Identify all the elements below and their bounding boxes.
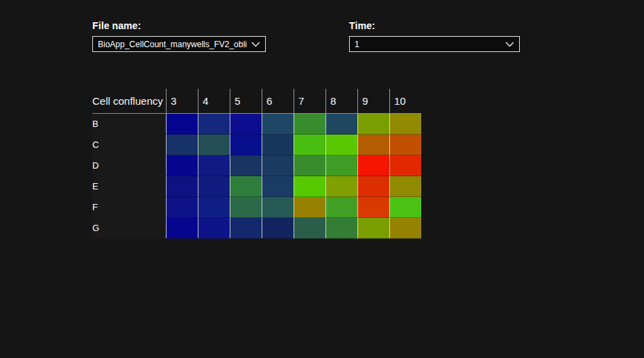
heatmap-col-header-6: 6 bbox=[262, 89, 294, 113]
heatmap-col-header-8: 8 bbox=[325, 89, 357, 113]
chevron-down-icon bbox=[505, 42, 514, 47]
heatmap-row-label-F: F bbox=[92, 197, 166, 218]
heatmap-cell-E-5[interactable] bbox=[230, 176, 262, 197]
heatmap-cell-E-4[interactable] bbox=[198, 176, 230, 197]
heatmap-col-header-10: 10 bbox=[389, 89, 421, 113]
heatmap-cell-B-8[interactable] bbox=[325, 114, 357, 135]
heatmap-cell-C-5[interactable] bbox=[230, 135, 262, 155]
heatmap-row-label-B: B bbox=[92, 114, 166, 135]
heatmap-cell-D-7[interactable] bbox=[294, 155, 325, 176]
heatmap-cell-F-8[interactable] bbox=[325, 197, 357, 218]
heatmap-cell-D-8[interactable] bbox=[325, 155, 357, 176]
heatmap-cell-F-3[interactable] bbox=[166, 197, 198, 218]
heatmap-row-F: F bbox=[92, 197, 421, 218]
heatmap-row-D: D bbox=[92, 155, 421, 176]
heatmap-cell-G-4[interactable] bbox=[198, 218, 230, 239]
heatmap-row-label-D: D bbox=[92, 155, 166, 176]
heatmap-cell-C-6[interactable] bbox=[262, 135, 294, 155]
heatmap-header-row: Cell confluency 345678910 bbox=[92, 89, 421, 114]
heatmap-cell-B-9[interactable] bbox=[357, 114, 389, 135]
cell-confluency-heatmap: Cell confluency 345678910 BCDEFG bbox=[92, 89, 421, 239]
time-dropdown[interactable]: 1 bbox=[349, 36, 520, 52]
heatmap-row-E: E bbox=[92, 176, 421, 197]
app-window: File name: BioApp_CellCount_manywells_FV… bbox=[0, 0, 644, 358]
heatmap-cell-C-7[interactable] bbox=[294, 135, 325, 155]
heatmap-cell-B-4[interactable] bbox=[198, 114, 230, 135]
heatmap-body: BCDEFG bbox=[92, 114, 421, 239]
heatmap-cell-G-6[interactable] bbox=[262, 218, 294, 239]
heatmap-cell-F-7[interactable] bbox=[294, 197, 325, 218]
heatmap-cell-C-8[interactable] bbox=[325, 135, 357, 155]
heatmap-corner-label: Cell confluency bbox=[92, 89, 166, 113]
heatmap-row-G: G bbox=[92, 218, 421, 239]
heatmap-cell-B-5[interactable] bbox=[230, 114, 262, 135]
time-value: 1 bbox=[355, 40, 359, 49]
file-name-label: File name: bbox=[92, 20, 266, 31]
heatmap-row-label-E: E bbox=[92, 176, 166, 197]
heatmap-cell-E-9[interactable] bbox=[357, 176, 389, 197]
heatmap-cell-G-9[interactable] bbox=[357, 218, 389, 239]
heatmap-cell-F-10[interactable] bbox=[389, 197, 421, 218]
heatmap-cell-E-10[interactable] bbox=[389, 176, 421, 197]
heatmap-cell-F-9[interactable] bbox=[357, 197, 389, 218]
heatmap-cell-B-3[interactable] bbox=[166, 114, 198, 135]
heatmap-cell-D-3[interactable] bbox=[166, 155, 198, 176]
heatmap-cell-E-8[interactable] bbox=[325, 176, 357, 197]
heatmap-cell-B-10[interactable] bbox=[389, 114, 421, 135]
heatmap-cell-G-8[interactable] bbox=[325, 218, 357, 239]
time-label: Time: bbox=[349, 20, 520, 31]
heatmap-col-header-4: 4 bbox=[198, 89, 230, 113]
heatmap-row-label-C: C bbox=[92, 135, 166, 155]
heatmap-cell-G-7[interactable] bbox=[294, 218, 325, 239]
heatmap-cell-E-7[interactable] bbox=[294, 176, 325, 197]
heatmap-row-B: B bbox=[92, 114, 421, 135]
chevron-down-icon bbox=[251, 42, 260, 47]
heatmap-cell-E-6[interactable] bbox=[262, 176, 294, 197]
heatmap-cell-C-3[interactable] bbox=[166, 135, 198, 155]
heatmap-cell-G-5[interactable] bbox=[230, 218, 262, 239]
heatmap-col-header-7: 7 bbox=[294, 89, 325, 113]
heatmap-cell-C-9[interactable] bbox=[357, 135, 389, 155]
heatmap-cell-G-3[interactable] bbox=[166, 218, 198, 239]
heatmap-cell-B-6[interactable] bbox=[262, 114, 294, 135]
heatmap-cell-G-10[interactable] bbox=[389, 218, 421, 239]
heatmap-cell-C-4[interactable] bbox=[198, 135, 230, 155]
heatmap-col-header-5: 5 bbox=[230, 89, 262, 113]
heatmap-cell-F-4[interactable] bbox=[198, 197, 230, 218]
heatmap-cell-F-6[interactable] bbox=[262, 197, 294, 218]
heatmap-cell-D-5[interactable] bbox=[230, 155, 262, 176]
heatmap-cell-D-4[interactable] bbox=[198, 155, 230, 176]
heatmap-cell-D-9[interactable] bbox=[357, 155, 389, 176]
heatmap-cell-F-5[interactable] bbox=[230, 197, 262, 218]
heatmap-cell-B-7[interactable] bbox=[294, 114, 325, 135]
heatmap-cell-E-3[interactable] bbox=[166, 176, 198, 197]
heatmap-column-headers: 345678910 bbox=[166, 89, 421, 113]
time-field: Time: 1 bbox=[349, 20, 520, 52]
heatmap-row-C: C bbox=[92, 135, 421, 155]
heatmap-cell-D-10[interactable] bbox=[389, 155, 421, 176]
file-name-value: BioApp_CellCount_manywells_FV2_obliqu... bbox=[98, 40, 247, 49]
heatmap-row-label-G: G bbox=[92, 218, 166, 239]
heatmap-cell-D-6[interactable] bbox=[262, 155, 294, 176]
heatmap-cell-C-10[interactable] bbox=[389, 135, 421, 155]
heatmap-col-header-9: 9 bbox=[357, 89, 389, 113]
file-name-dropdown[interactable]: BioApp_CellCount_manywells_FV2_obliqu... bbox=[92, 36, 266, 52]
file-name-field: File name: BioApp_CellCount_manywells_FV… bbox=[92, 20, 266, 52]
heatmap-col-header-3: 3 bbox=[166, 89, 198, 113]
